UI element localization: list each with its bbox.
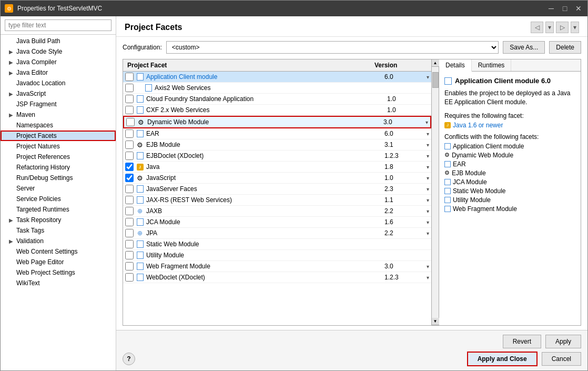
facet-checkbox[interactable] bbox=[125, 174, 134, 182]
version-dropdown-arrow[interactable]: ▾ bbox=[427, 275, 429, 280]
facet-checkbox[interactable] bbox=[125, 129, 134, 138]
facet-row-axis2-web-services[interactable]: Axis2 Web Services bbox=[123, 83, 431, 94]
facet-checkbox[interactable] bbox=[125, 262, 134, 270]
sidebar-item-project-natures[interactable]: Project Natures bbox=[1, 141, 116, 152]
save-as-button[interactable]: Save As... bbox=[503, 41, 545, 54]
sidebar-item-java-compiler[interactable]: ▶Java Compiler bbox=[1, 57, 116, 67]
facet-checkbox[interactable] bbox=[125, 251, 134, 259]
sidebar-item-javascript[interactable]: ▶JavaScript bbox=[1, 88, 116, 99]
facet-row-ejb-module[interactable]: ⚙EJB Module3.1▾ bbox=[123, 139, 431, 151]
facet-checkbox[interactable] bbox=[125, 163, 134, 171]
minimize-button[interactable]: ─ bbox=[546, 4, 556, 13]
facet-checkbox[interactable] bbox=[125, 95, 134, 103]
sidebar-item-namespaces[interactable]: Namespaces bbox=[1, 120, 116, 131]
cancel-button[interactable]: Cancel bbox=[542, 352, 581, 366]
version-dropdown-arrow[interactable]: ▾ bbox=[427, 219, 429, 225]
apply-close-button[interactable]: Apply and Close bbox=[467, 352, 538, 366]
version-dropdown-arrow[interactable]: ▾ bbox=[427, 142, 429, 148]
facet-row-jca-module[interactable]: JCA Module1.6▾ bbox=[123, 217, 431, 228]
configuration-select[interactable]: <custom> bbox=[166, 41, 499, 54]
sidebar-item-run/debug-settings[interactable]: Run/Debug Settings bbox=[1, 173, 116, 183]
facet-row-jpa[interactable]: ⊕JPA2.2▾ bbox=[123, 228, 431, 239]
sidebar-item-wikitext[interactable]: WikiText bbox=[1, 278, 116, 288]
facet-checkbox[interactable] bbox=[126, 118, 135, 126]
sidebar-item-maven[interactable]: ▶Maven bbox=[1, 109, 116, 120]
sidebar-item-server[interactable]: Server bbox=[1, 183, 116, 194]
facet-row-dynamic-web-module[interactable]: ⚙Dynamic Web Module3.0▾ bbox=[123, 116, 431, 128]
facet-row-web-fragment-module[interactable]: Web Fragment Module3.0▾ bbox=[123, 261, 431, 272]
facet-checkbox[interactable] bbox=[125, 240, 134, 248]
revert-button[interactable]: Revert bbox=[503, 335, 541, 348]
facet-row-webdoclet-(xdoclet)[interactable]: WebDoclet (XDoclet)1.2.3▾ bbox=[123, 272, 431, 283]
close-button[interactable]: ✕ bbox=[574, 4, 583, 13]
nav-back-button[interactable]: ◁ bbox=[531, 22, 543, 33]
facet-checkbox[interactable] bbox=[125, 207, 134, 215]
sidebar-item-web-project-settings[interactable]: Web Project Settings bbox=[1, 267, 116, 278]
facet-checkbox[interactable] bbox=[125, 106, 134, 114]
facet-row-jax-rs-(rest-web-services)[interactable]: JAX-RS (REST Web Services)1.1▾ bbox=[123, 195, 431, 206]
nav-back-dropdown[interactable]: ▾ bbox=[545, 22, 554, 33]
version-dropdown-arrow[interactable]: ▾ bbox=[427, 153, 429, 159]
help-button[interactable]: ? bbox=[123, 353, 135, 365]
scroll-thumb[interactable] bbox=[432, 72, 439, 88]
delete-button[interactable]: Delete bbox=[549, 41, 581, 54]
facet-row-ear[interactable]: EAR6.0▾ bbox=[123, 128, 431, 139]
sidebar-item-targeted-runtimes[interactable]: Targeted Runtimes bbox=[1, 204, 116, 215]
facet-row-application-client-module[interactable]: Application Client module6.0▾ bbox=[123, 72, 431, 83]
facet-checkbox[interactable] bbox=[125, 152, 134, 160]
facet-checkbox[interactable] bbox=[125, 218, 134, 226]
version-dropdown-arrow[interactable]: ▾ bbox=[427, 175, 429, 181]
scroll-up-button[interactable]: ▲ bbox=[432, 59, 439, 67]
version-dropdown-arrow[interactable]: ▾ bbox=[427, 131, 429, 137]
sidebar-item-validation[interactable]: ▶Validation bbox=[1, 236, 116, 246]
sidebar-item-javadoc-location[interactable]: Javadoc Location bbox=[1, 78, 116, 88]
facet-checkbox[interactable] bbox=[125, 273, 134, 282]
sidebar-item-project-references[interactable]: Project References bbox=[1, 152, 116, 162]
facet-name: EAR bbox=[146, 130, 384, 137]
nav-forward-button[interactable]: ▷ bbox=[556, 22, 569, 33]
version-dropdown-arrow[interactable]: ▾ bbox=[427, 197, 429, 203]
facet-row-javaserver-faces[interactable]: JavaServer Faces2.3▾ bbox=[123, 184, 431, 195]
sidebar-item-java-build-path[interactable]: Java Build Path bbox=[1, 36, 116, 46]
details-description: Enables the project to be deployed as a … bbox=[444, 89, 575, 107]
sidebar-item-java-editor[interactable]: ▶Java Editor bbox=[1, 67, 116, 78]
sidebar-item-task-tags[interactable]: Task Tags bbox=[1, 225, 116, 236]
facet-checkbox[interactable] bbox=[125, 141, 134, 149]
facet-row-utility-module[interactable]: Utility Module bbox=[123, 250, 431, 261]
conflict-gear-icon: ⚙ bbox=[444, 169, 450, 176]
version-dropdown-arrow[interactable]: ▾ bbox=[427, 230, 429, 236]
version-dropdown-arrow[interactable]: ▾ bbox=[427, 186, 429, 192]
version-dropdown-arrow[interactable]: ▾ bbox=[427, 74, 429, 80]
sidebar-item-refactoring-history[interactable]: Refactoring History bbox=[1, 162, 116, 173]
version-dropdown-arrow[interactable]: ▾ bbox=[427, 164, 429, 170]
facet-checkbox[interactable] bbox=[125, 84, 134, 92]
sidebar-item-java-code-style[interactable]: ▶Java Code Style bbox=[1, 46, 116, 57]
facet-row-cloud-foundry-standalone-application[interactable]: Cloud Foundry Standalone Application1.0 bbox=[123, 94, 431, 105]
facet-row-javascript[interactable]: ⚙JavaScript1.0▾ bbox=[123, 173, 431, 184]
search-input[interactable] bbox=[5, 19, 111, 31]
facet-checkbox[interactable] bbox=[125, 73, 134, 81]
nav-forward-dropdown[interactable]: ▾ bbox=[571, 22, 579, 33]
facet-checkbox[interactable] bbox=[125, 196, 134, 204]
maximize-button[interactable]: □ bbox=[560, 4, 570, 13]
sidebar-item-service-policies[interactable]: Service Policies bbox=[1, 194, 116, 204]
version-dropdown-arrow[interactable]: ▾ bbox=[427, 264, 429, 269]
sidebar-item-web-page-editor[interactable]: Web Page Editor bbox=[1, 257, 116, 267]
facet-checkbox[interactable] bbox=[125, 185, 134, 193]
facet-checkbox[interactable] bbox=[125, 229, 134, 237]
sidebar-item-web-content-settings[interactable]: Web Content Settings bbox=[1, 246, 116, 257]
facet-row-java[interactable]: JJava1.8▾ bbox=[123, 162, 431, 173]
facet-row-static-web-module[interactable]: Static Web Module bbox=[123, 239, 431, 250]
tab-runtimes[interactable]: Runtimes bbox=[472, 59, 512, 71]
facet-row-cxf-2.x-web-services[interactable]: CXF 2.x Web Services1.0 bbox=[123, 105, 431, 116]
apply-button[interactable]: Apply bbox=[545, 335, 581, 348]
sidebar-item-project-facets[interactable]: Project Facets bbox=[1, 131, 116, 141]
facet-row-ejbdoclet-(xdoclet)[interactable]: EJBDoclet (XDoclet)1.2.3▾ bbox=[123, 151, 431, 162]
version-dropdown-arrow[interactable]: ▾ bbox=[425, 119, 428, 125]
scroll-down-button[interactable]: ▼ bbox=[432, 318, 439, 325]
facet-row-jaxb[interactable]: ⊕JAXB2.2▾ bbox=[123, 206, 431, 217]
sidebar-item-jsp-fragment[interactable]: JSP Fragment bbox=[1, 99, 116, 109]
tab-details[interactable]: Details bbox=[439, 59, 472, 72]
version-dropdown-arrow[interactable]: ▾ bbox=[427, 208, 429, 214]
sidebar-item-task-repository[interactable]: ▶Task Repository bbox=[1, 215, 116, 225]
